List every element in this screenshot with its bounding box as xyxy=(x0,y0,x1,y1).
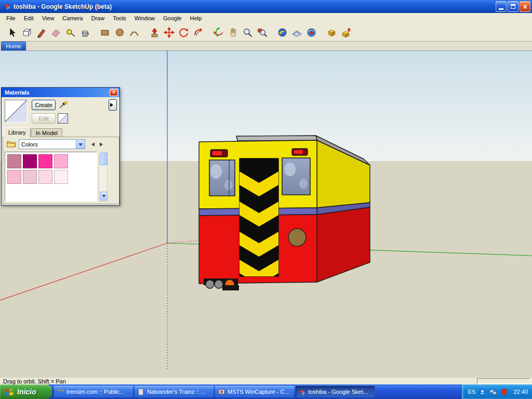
task-label: Natvander's Trainz :: ... xyxy=(147,389,206,395)
material-preview-swatch[interactable] xyxy=(5,100,28,123)
select-tool-button[interactable] xyxy=(5,25,19,39)
page-icon xyxy=(137,388,145,396)
maximize-button[interactable] xyxy=(508,1,518,12)
line-tool-button[interactable] xyxy=(34,25,48,39)
swatch-list xyxy=(5,152,97,202)
sample-paint-icon[interactable] xyxy=(58,100,71,110)
security-shield-icon[interactable] xyxy=(500,388,508,396)
scroll-down-button[interactable] xyxy=(100,192,108,201)
train-roof-front xyxy=(236,136,317,141)
train-model[interactable] xyxy=(199,136,370,290)
menu-tools[interactable]: Tools xyxy=(109,14,130,22)
circle-tool-button[interactable] xyxy=(113,25,127,39)
arc-tool-button[interactable] xyxy=(127,25,141,39)
taskbar-task-capture[interactable]: MSTS WinCapture - C... xyxy=(215,386,294,397)
color-swatch-1-0[interactable] xyxy=(7,170,21,184)
color-swatch-0-3[interactable] xyxy=(54,154,68,168)
screen: toshiba - Google SketchUp (beta) × FileE… xyxy=(0,0,532,399)
swatch-scrollbar[interactable] xyxy=(99,152,108,202)
color-swatch-1-2[interactable] xyxy=(38,170,52,184)
swatch-grid xyxy=(5,152,97,186)
menu-camera[interactable]: Camera xyxy=(58,14,87,22)
rectangle-tool-button[interactable] xyxy=(98,25,112,39)
sketchup-icon xyxy=(298,388,306,396)
chevron-down-icon[interactable] xyxy=(76,140,85,149)
status-hint: Drag to orbit. Shift = Pan xyxy=(0,378,66,384)
rotate-icon xyxy=(178,27,189,38)
place-model-tool-button[interactable] xyxy=(304,25,318,39)
line-icon xyxy=(36,27,47,38)
get-models-tool-button[interactable] xyxy=(325,25,339,39)
menu-edit[interactable]: Edit xyxy=(20,14,38,22)
create-material-button[interactable]: Create xyxy=(32,100,56,110)
tape-measure-tool-button[interactable] xyxy=(63,25,77,39)
share-model-tool-button[interactable] xyxy=(339,25,353,39)
tab-home[interactable]: Home xyxy=(1,42,26,50)
menu-window[interactable]: Window xyxy=(130,14,159,22)
color-swatch-1-3[interactable] xyxy=(54,170,68,184)
offset-icon xyxy=(193,27,204,38)
pan-tool-button[interactable] xyxy=(226,25,240,39)
forward-arrow-button[interactable] xyxy=(100,141,105,148)
arrow-left-icon xyxy=(89,142,95,147)
color-swatch-0-2[interactable] xyxy=(38,154,52,168)
arrow-down-icon xyxy=(102,195,106,200)
color-swatch-1-1[interactable] xyxy=(23,170,37,184)
back-arrow-button[interactable] xyxy=(89,141,95,148)
orbit-tool-button[interactable] xyxy=(211,25,225,39)
move-tool-button[interactable] xyxy=(162,25,176,39)
detail-arrow-button[interactable] xyxy=(109,99,117,111)
menu-view[interactable]: View xyxy=(38,14,59,22)
offset-tool-button[interactable] xyxy=(191,25,205,39)
color-swatch-0-1[interactable] xyxy=(23,154,37,168)
language-indicator[interactable]: ES xyxy=(468,389,476,395)
scrollbar-thumb[interactable] xyxy=(100,153,108,165)
paint-bucket-tool-button[interactable] xyxy=(78,25,92,39)
tape-measure-icon xyxy=(65,27,76,38)
window-cloud xyxy=(299,179,308,189)
default-material-icon[interactable] xyxy=(58,113,68,124)
menu-file[interactable]: File xyxy=(2,14,20,22)
menu-help[interactable]: Help xyxy=(185,14,206,22)
taskbar-task-sketchup[interactable]: toshiba - Google Sket... xyxy=(296,386,375,397)
start-button[interactable]: Inicio xyxy=(0,384,52,399)
tab-library[interactable]: Library xyxy=(4,127,31,137)
toolbar-group xyxy=(208,25,272,39)
clock[interactable]: 22:40 xyxy=(513,389,528,395)
zoom-tool-button[interactable] xyxy=(241,25,255,39)
materials-dialog-titlebar[interactable]: Materials × xyxy=(2,88,119,97)
rotate-tool-button[interactable] xyxy=(177,25,191,39)
open-folder-icon[interactable] xyxy=(6,140,17,149)
color-swatch-0-0[interactable] xyxy=(7,154,21,168)
pan-icon xyxy=(228,27,238,38)
materials-close-button[interactable]: × xyxy=(110,89,118,96)
window-titlebar[interactable]: toshiba - Google SketchUp (beta) × xyxy=(0,0,532,13)
window-cloud xyxy=(210,164,222,179)
materials-dialog: Materials × Create Edit Library In Model xyxy=(1,87,120,206)
measurements-box[interactable] xyxy=(477,378,530,384)
taskbar-task-page[interactable]: Natvander's Trainz :: ... xyxy=(135,386,214,397)
zoom-icon xyxy=(242,27,253,38)
zoom-extents-tool-button[interactable] xyxy=(255,25,269,39)
menu-google[interactable]: Google xyxy=(159,14,185,22)
toggle-terrain-tool-button[interactable] xyxy=(290,25,304,39)
eraser-tool-button[interactable] xyxy=(49,25,63,39)
close-button[interactable]: × xyxy=(520,1,530,12)
menu-draw[interactable]: Draw xyxy=(87,14,109,22)
rectangle-icon xyxy=(100,27,111,38)
window-cloud xyxy=(224,180,233,190)
tab-in-model[interactable]: In Model xyxy=(31,128,62,137)
select-icon xyxy=(7,27,18,38)
minimize-icon xyxy=(499,8,503,10)
edit-material-button: Edit xyxy=(32,113,56,124)
taskbar-task-ie[interactable]: trensim.com :: Public... xyxy=(54,386,133,397)
place-model-icon xyxy=(306,27,317,38)
messenger-icon[interactable] xyxy=(478,388,486,396)
get-current-view-tool-button[interactable] xyxy=(275,25,289,39)
minimize-button[interactable] xyxy=(496,1,507,12)
arrow-right-icon xyxy=(100,142,105,147)
make-component-tool-button[interactable] xyxy=(20,25,34,39)
push-pull-tool-button[interactable] xyxy=(148,25,162,39)
collection-dropdown[interactable]: Colors xyxy=(19,139,85,149)
network-icon[interactable] xyxy=(489,388,497,396)
